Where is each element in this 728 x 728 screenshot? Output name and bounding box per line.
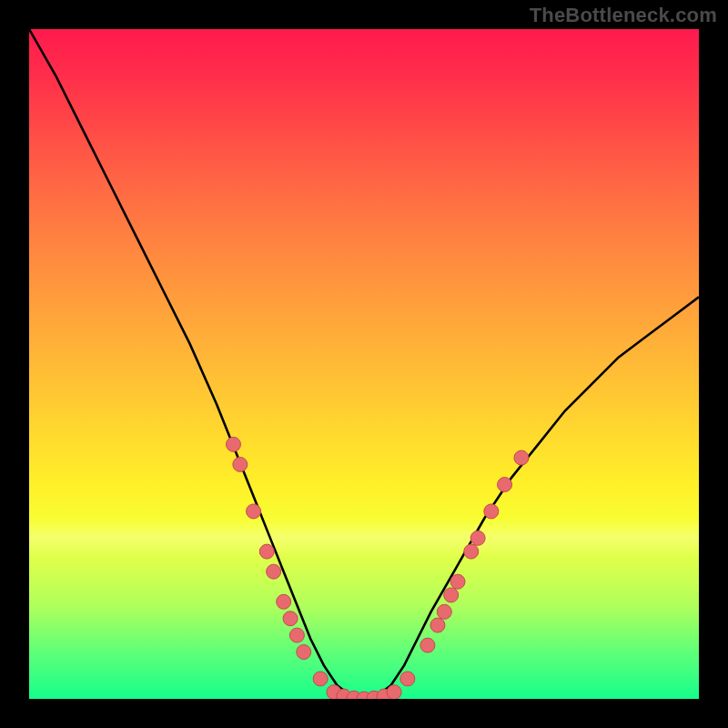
marker-dot: [247, 504, 261, 519]
marker-dot: [400, 672, 415, 686]
marker-dot: [233, 457, 248, 471]
marker-dot: [437, 604, 451, 619]
marker-dot: [430, 618, 445, 632]
marker-dot: [498, 477, 512, 491]
marker-dot: [420, 638, 435, 652]
marker-dot: [444, 588, 459, 602]
marker-dot: [277, 594, 291, 609]
chart-frame: TheBottleneck.com: [0, 0, 728, 728]
marker-dot: [313, 672, 328, 686]
marker-dot: [226, 437, 240, 451]
bottleneck-curve: [29, 29, 699, 699]
marker-dot: [259, 544, 274, 559]
marker-dot: [283, 612, 298, 626]
marker-dot: [267, 564, 281, 579]
marker-dot: [387, 685, 401, 699]
marker-dot: [470, 531, 485, 545]
marker-dot: [484, 504, 499, 519]
plot-area: [29, 29, 699, 699]
marker-dot: [297, 644, 311, 659]
marker-dot: [289, 628, 304, 642]
watermark-text: TheBottleneck.com: [530, 4, 717, 27]
marker-dot: [450, 574, 465, 589]
marker-dot: [464, 544, 479, 559]
marker-dot: [514, 450, 529, 465]
chart-svg: [29, 29, 699, 699]
marker-group: [226, 437, 528, 699]
